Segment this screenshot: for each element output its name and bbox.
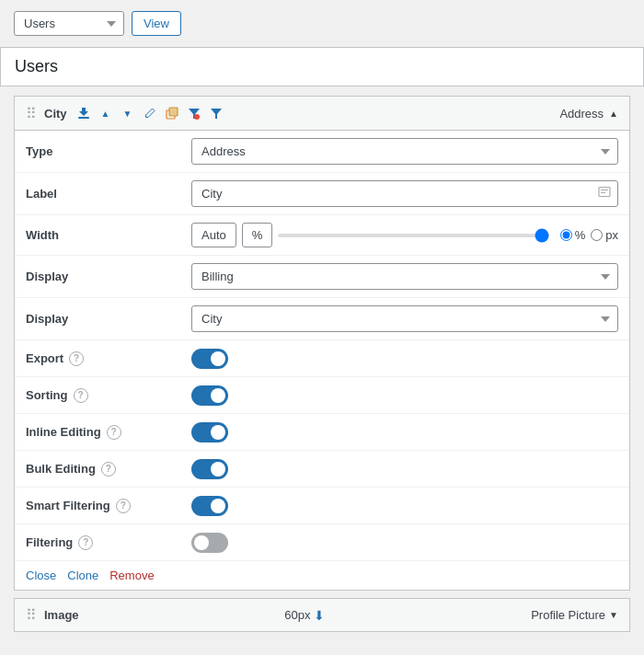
width-row: Width Auto % % px [15, 215, 629, 256]
sort-down-icon[interactable]: ▼ [119, 104, 137, 122]
export-toggle[interactable] [191, 349, 228, 369]
smart-filtering-value [191, 496, 618, 516]
export-slider [191, 349, 228, 369]
sorting-slider [191, 385, 228, 406]
svg-point-4 [194, 114, 200, 120]
inline-editing-row: Inline Editing ? [15, 414, 629, 451]
close-link[interactable]: Close [26, 569, 56, 582]
width-label: Width [26, 228, 191, 242]
image-download-icon[interactable]: ⬇ [314, 608, 325, 623]
bulk-editing-toggle[interactable] [191, 459, 228, 479]
sorting-toggle[interactable] [191, 385, 228, 406]
inline-editing-value [191, 422, 618, 442]
bulk-editing-slider [191, 459, 228, 479]
export-label: Export ? [26, 351, 191, 366]
bulk-editing-help-icon[interactable]: ? [101, 462, 116, 477]
display2-label: Display [26, 312, 191, 326]
export-help-icon[interactable]: ? [69, 351, 84, 366]
inline-editing-toggle[interactable] [191, 422, 228, 442]
width-value: Auto % % px [191, 223, 618, 247]
width-slider[interactable] [278, 234, 548, 237]
percent-button[interactable]: % [242, 223, 273, 247]
slider-container [278, 234, 548, 237]
width-control: Auto % % px [191, 223, 618, 247]
smart-filtering-toggle[interactable] [191, 496, 228, 516]
main-content: ⠿ City ▲ ▼ [0, 86, 644, 649]
sorting-row: Sorting ? [15, 377, 629, 414]
px-radio-text: px [605, 228, 618, 242]
filtering-label: Filtering ? [26, 535, 191, 550]
clone-link[interactable]: Clone [67, 569, 98, 582]
smart-filtering-row: Smart Filtering ? [15, 488, 629, 524]
px-radio[interactable] [591, 229, 603, 241]
auto-button[interactable]: Auto [191, 223, 236, 247]
profile-picture-label: Profile Picture [531, 608, 605, 622]
view-button[interactable]: View [132, 11, 181, 36]
header-icons: ▲ ▼ [75, 104, 225, 122]
copy-icon[interactable] [163, 104, 181, 122]
display1-label: Display [26, 270, 191, 283]
label-input-icon [598, 186, 611, 201]
svg-rect-0 [78, 117, 89, 119]
bulk-editing-row: Bulk Editing ? [15, 451, 629, 488]
smart-filtering-help-icon[interactable]: ? [116, 499, 131, 513]
px-radio-label[interactable]: px [591, 228, 618, 242]
label-row: Label [15, 173, 629, 215]
image-column-title: Image [44, 608, 79, 622]
type-select[interactable]: Address [191, 138, 618, 165]
image-chevron-icon[interactable]: ▼ [609, 610, 618, 620]
download-icon[interactable] [75, 104, 93, 122]
filtering-slider [191, 533, 228, 553]
type-value: Address [191, 138, 618, 165]
smart-filtering-label: Smart Filtering ? [26, 499, 191, 513]
top-bar: Users View [0, 0, 644, 47]
page-title: Users [0, 47, 644, 86]
sort-up-icon[interactable]: ▲ [97, 104, 115, 122]
filtering-help-icon[interactable]: ? [78, 535, 93, 550]
svg-rect-6 [599, 187, 610, 196]
inline-editing-label: Inline Editing ? [26, 425, 191, 440]
sorting-help-icon[interactable]: ? [74, 388, 88, 403]
image-drag-handle[interactable]: ⠿ [26, 606, 37, 624]
drag-handle[interactable]: ⠿ [26, 105, 37, 122]
display1-row: Display Billing [15, 256, 629, 298]
sorting-value [191, 385, 618, 406]
filtering-value [191, 533, 618, 553]
label-label: Label [26, 187, 191, 201]
export-row: Export ? [15, 340, 629, 377]
image-card-header: ⠿ Image 60px ⬇ Profile Picture ▼ [15, 599, 629, 631]
image-header-center: 60px ⬇ [284, 608, 325, 623]
filtering-toggle[interactable] [191, 533, 228, 553]
bulk-editing-label: Bulk Editing ? [26, 462, 191, 477]
radio-group: % px [560, 228, 618, 242]
remove-link[interactable]: Remove [109, 569, 154, 582]
display2-select[interactable]: City [191, 305, 618, 332]
inline-editing-help-icon[interactable]: ? [107, 425, 121, 440]
display2-row: Display City [15, 298, 629, 340]
export-value [191, 349, 618, 369]
city-header-left: ⠿ City ▲ ▼ [26, 104, 225, 122]
filter-active-icon[interactable] [185, 104, 203, 122]
smart-filtering-slider [191, 496, 228, 516]
image-size-label: 60px [284, 608, 310, 622]
percent-radio[interactable] [560, 229, 572, 241]
display2-value: City [191, 305, 618, 332]
filtering-row: Filtering ? [15, 524, 629, 561]
image-header-right: Profile Picture ▼ [531, 608, 618, 622]
city-card-header: ⠿ City ▲ ▼ [15, 97, 629, 131]
percent-radio-label[interactable]: % [560, 228, 586, 242]
display1-select[interactable]: Billing [191, 263, 618, 290]
percent-radio-text: % [575, 228, 586, 242]
image-card: ⠿ Image 60px ⬇ Profile Picture ▼ [14, 598, 630, 632]
address-label: Address [559, 107, 604, 121]
edit-icon[interactable] [141, 104, 159, 122]
filter-icon[interactable] [207, 104, 225, 122]
city-column-title: City [44, 107, 67, 121]
city-card: ⠿ City ▲ ▼ [14, 96, 630, 591]
type-row: Type Address [15, 131, 629, 173]
sort-arrow-up: ▲ [609, 109, 618, 119]
users-dropdown[interactable]: Users [14, 11, 124, 36]
inline-editing-slider [191, 422, 228, 442]
type-label: Type [26, 144, 191, 158]
label-input[interactable] [191, 180, 618, 207]
